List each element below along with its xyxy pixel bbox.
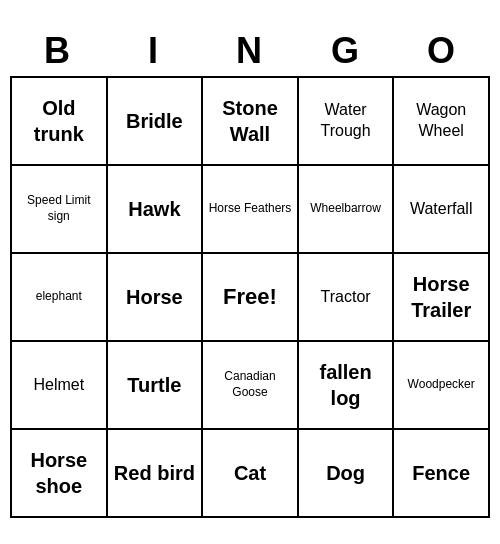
bingo-cell: Speed Limit sign [12, 166, 108, 254]
bingo-cell: Horse Feathers [203, 166, 299, 254]
bingo-cell: Horse shoe [12, 430, 108, 518]
bingo-cell: Wagon Wheel [394, 78, 490, 166]
bingo-cell: Canadian Goose [203, 342, 299, 430]
bingo-cell: Hawk [108, 166, 204, 254]
bingo-grid: Old trunkBridleStone WallWater TroughWag… [10, 76, 490, 518]
bingo-cell: Dog [299, 430, 395, 518]
bingo-cell: Waterfall [394, 166, 490, 254]
bingo-cell: Helmet [12, 342, 108, 430]
bingo-header: BINGO [10, 26, 490, 76]
bingo-cell: Horse Trailer [394, 254, 490, 342]
bingo-cell: Free! [203, 254, 299, 342]
bingo-cell: Horse [108, 254, 204, 342]
header-letter: G [298, 26, 394, 76]
header-letter: N [202, 26, 298, 76]
bingo-cell: elephant [12, 254, 108, 342]
bingo-cell: Stone Wall [203, 78, 299, 166]
bingo-cell: Tractor [299, 254, 395, 342]
bingo-card: BINGO Old trunkBridleStone WallWater Tro… [10, 26, 490, 518]
bingo-cell: Old trunk [12, 78, 108, 166]
header-letter: O [394, 26, 490, 76]
bingo-cell: Wheelbarrow [299, 166, 395, 254]
bingo-cell: Cat [203, 430, 299, 518]
bingo-cell: fallen log [299, 342, 395, 430]
bingo-cell: Woodpecker [394, 342, 490, 430]
bingo-cell: Fence [394, 430, 490, 518]
bingo-cell: Bridle [108, 78, 204, 166]
header-letter: B [10, 26, 106, 76]
bingo-cell: Turtle [108, 342, 204, 430]
header-letter: I [106, 26, 202, 76]
bingo-cell: Water Trough [299, 78, 395, 166]
bingo-cell: Red bird [108, 430, 204, 518]
